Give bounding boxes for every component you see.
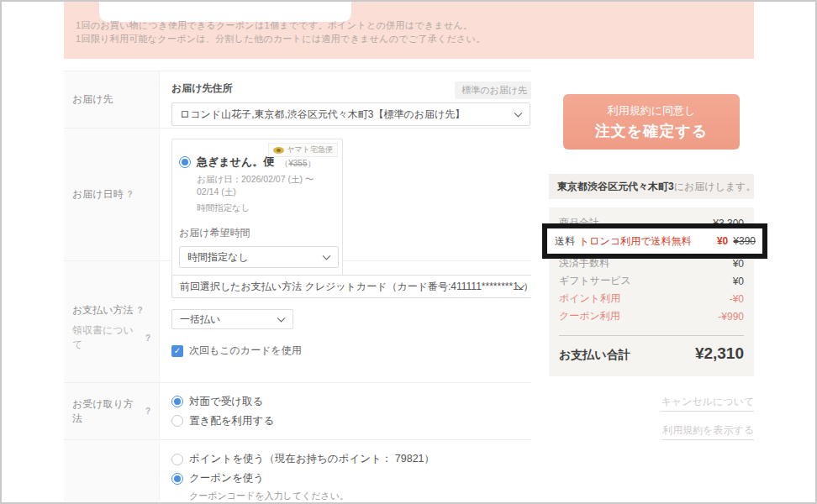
radio-selected-icon	[179, 156, 191, 168]
use-coupon-radio[interactable]: クーポンを使う	[171, 471, 519, 486]
payment-method-value: 前回選択したお支払い方法 クレジットカード（カード番号:411111******…	[180, 280, 531, 294]
free-shipping-note: トロンコ利用で送料無料	[579, 234, 691, 249]
receive-face-to-face-radio[interactable]: 対面で受け取る	[171, 395, 274, 409]
chevron-down-icon	[323, 252, 331, 260]
receive-method-content: 対面で受け取る 置き配を利用する	[160, 383, 531, 439]
delivery-address-content: お届け先住所 標準のお届け先 ロコンド山花子,東京都,渋谷区元代々木町3【標準の…	[160, 71, 531, 128]
checkout-form: お届け先 お届け先住所 標準のお届け先 ロコンド山花子,東京都,渋谷区元代々木町…	[64, 71, 531, 504]
radio-selected-icon	[171, 473, 183, 485]
delivery-datetime-content: ヤマト宅急便 急ぎません。便 （¥355） お届け日：2026/02/07 (土…	[160, 129, 531, 260]
delivery-date-text: お届け日：2026/02/07 (土) 〜02/14 (土)	[197, 173, 335, 198]
address-select[interactable]: ロコンド山花子,東京都,渋谷区元代々木町3【標準のお届け先】	[171, 102, 530, 126]
receive-option-label: 対面で受け取る	[189, 395, 263, 409]
ship-to-suffix: にお届けします。	[674, 180, 754, 194]
notice-line-1: 1回のお買い物につき使用できるクーポンは1個までです。ポイントとの併用はできませ…	[76, 18, 485, 32]
delivery-address-row-label: お届け先	[64, 71, 160, 128]
carrier-badge: ヤマト宅急便	[268, 143, 338, 157]
help-icon[interactable]: ?	[128, 190, 133, 199]
row-label-text: お支払い方法	[72, 303, 134, 318]
summary-row-shipping: 送料 トロンコ利用で送料無料 ¥0 ¥390	[555, 234, 756, 249]
time-note-text: 時間指定なし	[197, 202, 335, 214]
row-label-text: お届け日時	[72, 187, 124, 202]
checkbox-checked-icon: ✓	[171, 345, 183, 357]
payment-content: 前回選択したお支払い方法 クレジットカード（カード番号:411111******…	[160, 261, 531, 382]
paren: （	[280, 159, 288, 168]
shipping-option-box: ヤマト宅急便 急ぎません。便 （¥355） お届け日：2026/02/07 (土…	[171, 139, 343, 279]
receipt-label-text: 領収書について	[72, 323, 141, 352]
address-select-value: ロコンド山花子,東京都,渋谷区元代々木町3【標準のお届け先】	[180, 108, 465, 122]
default-address-chip: 標準のお届け先	[455, 81, 531, 99]
receive-method-row: お受け取り方法 ? 対面で受け取る 置き配を利用する	[64, 383, 531, 440]
save-card-checkbox-row[interactable]: ✓ 次回もこのカードを使用	[171, 344, 531, 358]
help-icon[interactable]: ?	[145, 333, 150, 343]
summary-value: -¥990	[718, 311, 744, 323]
use-points-radio[interactable]: ポイントを使う（現在お持ちのポイント： 79821）	[171, 452, 519, 466]
chevron-down-icon	[514, 109, 523, 118]
points-coupon-content: ポイントを使う（現在お持ちのポイント： 79821） クーポンを使う クーポンコ…	[160, 440, 531, 504]
use-coupon-label: クーポンを使う	[189, 471, 264, 486]
summary-label: ポイント利用	[559, 291, 620, 306]
receive-drop-off-radio[interactable]: 置き配を利用する	[171, 414, 274, 428]
summary-label: ギフトサービス	[559, 274, 631, 288]
coupon-notice-text: 1回のお買い物につき使用できるクーポンは1個までです。ポイントとの併用はできませ…	[76, 18, 485, 45]
summary-row-gift-service: ギフトサービス ¥0	[559, 272, 744, 290]
delivery-datetime-row: お届け日時 ? ヤマト宅急便 急ぎません。便 （¥355） お届け日：2026/…	[64, 129, 531, 261]
ship-to-address: 東京都渋谷区元代々木町3	[557, 180, 674, 194]
terms-link[interactable]: 利用規約を表示する	[662, 423, 754, 440]
summary-value: ¥0	[733, 258, 744, 270]
use-points-label: ポイントを使う（現在お持ちのポイント： 79821）	[189, 452, 435, 466]
row-label-text: お届け先	[72, 92, 113, 107]
save-card-label: 次回もこのカードを使用	[189, 344, 302, 358]
installments-value: 一括払い	[180, 312, 220, 327]
agree-terms-text: 利用規約に同意し	[608, 103, 696, 118]
receive-method-row-label: お受け取り方法 ?	[64, 383, 160, 439]
summary-row-points-used: ポイント利用 -¥0	[559, 290, 744, 307]
help-icon[interactable]: ?	[145, 407, 150, 416]
yamato-cat-icon	[273, 147, 284, 154]
total-value: ¥2,310	[695, 344, 744, 363]
row-label-text: お受け取り方法	[72, 397, 141, 426]
paren: ）	[307, 159, 315, 168]
confirm-order-text: 注文を確定する	[595, 121, 708, 141]
radio-unselected-icon	[171, 415, 183, 427]
delivery-datetime-row-label: お届け日時 ?	[64, 129, 160, 260]
coupon-notice-banner: 1回のお買い物につき使用できるクーポンは1個までです。ポイントとの併用はできませ…	[64, 0, 754, 59]
carrier-badge-text: ヤマト宅急便	[287, 144, 333, 155]
summary-value: ¥0	[733, 276, 744, 287]
payment-method-row: お支払い方法 ? 領収書について ? 前回選択したお支払い方法 クレジットカード…	[64, 261, 531, 383]
points-coupon-row-label: ポイント・クーポン	[64, 440, 160, 504]
summary-total-row: お支払い合計 ¥2,310	[559, 335, 744, 363]
points-coupon-row: ポイント・クーポン ポイントを使う（現在お持ちのポイント： 79821） クーポ…	[64, 440, 531, 504]
payment-row-label: お支払い方法 ? 領収書について ?	[64, 261, 160, 382]
payment-method-select[interactable]: 前回選択したお支払い方法 クレジットカード（カード番号:411111******…	[171, 275, 531, 298]
sidebar-links: キャンセルについて 利用規約を表示する	[549, 395, 754, 440]
chevron-down-icon	[277, 314, 286, 323]
receive-option-label: 置き配を利用する	[189, 414, 274, 428]
summary-row-coupon-used: クーポン利用 -¥990	[559, 307, 744, 325]
shipping-label: 送料	[555, 234, 575, 249]
help-icon[interactable]: ?	[138, 306, 143, 315]
radio-selected-icon	[171, 396, 183, 407]
cancel-info-link[interactable]: キャンセルについて	[661, 395, 754, 412]
summary-value: -¥0	[730, 293, 744, 305]
preferred-time-label: お届け希望時間	[179, 226, 335, 240]
total-label: お支払い合計	[559, 348, 630, 363]
shipping-row-highlight: 送料 トロンコ利用で送料無料 ¥0 ¥390	[542, 223, 767, 259]
shipping-option-old-price: ¥355	[288, 159, 307, 168]
notice-line-2: 1回限り利用可能なクーポンは、分割した他のカートには適用できませんのでご了承くだ…	[76, 32, 485, 45]
confirm-order-button[interactable]: 利用規約に同意し 注文を確定する	[563, 94, 740, 150]
delivery-address-row: お届け先 お届け先住所 標準のお届け先 ロコンド山花子,東京都,渋谷区元代々木町…	[64, 71, 531, 129]
ship-to-address-bar: 東京都渋谷区元代々木町3 にお届けします。	[549, 174, 754, 199]
coupon-hint-text: クーポンコードを入力してください。	[189, 490, 519, 502]
summary-label: クーポン利用	[559, 309, 620, 323]
installments-select[interactable]: 一括払い	[171, 309, 293, 329]
shipping-old-price: ¥390	[733, 235, 756, 247]
shipping-option-name: 急ぎません。便	[197, 155, 274, 170]
radio-unselected-icon	[171, 454, 183, 465]
shipping-new-price: ¥0	[717, 235, 728, 247]
